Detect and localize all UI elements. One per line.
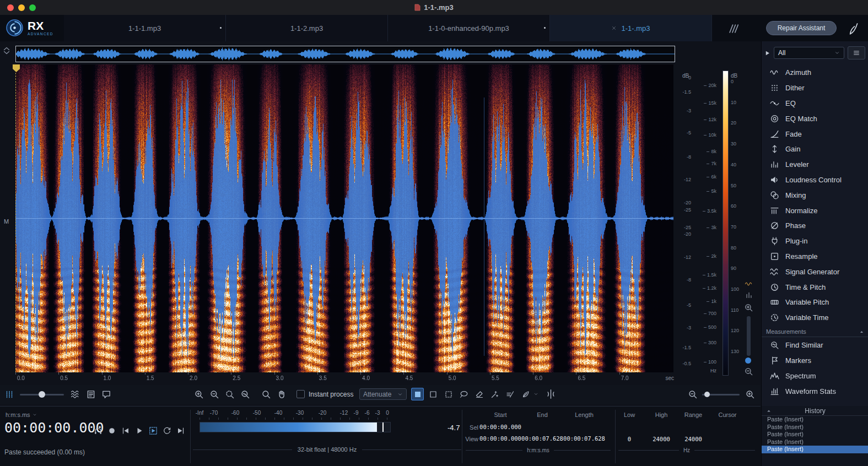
time-ruler[interactable]: sec 0.00.51.01.52.02.53.03.54.04.55.05.5…: [15, 373, 675, 383]
select-time-tool[interactable]: [411, 388, 424, 400]
play-selection-button[interactable]: [149, 426, 158, 435]
sidebar-item-normalize[interactable]: Normalize: [762, 203, 868, 218]
vertical-zoom-out-icon[interactable]: [744, 367, 753, 376]
sidebar-item-eq[interactable]: EQ: [762, 96, 868, 111]
tab-1-1-1.mp3[interactable]: 1-1-1.mp3: [64, 15, 226, 41]
frequency-ruler[interactable]: Hz 20k15k12k10k8k7k6k5k3.5k3k2k1.5k1.2k1…: [693, 64, 718, 372]
feather-tool-dropdown-icon[interactable]: [533, 392, 538, 397]
scrub-tool-icon[interactable]: [546, 389, 556, 399]
sidebar-item-time-pitch[interactable]: Time & Pitch: [762, 279, 868, 295]
hand-tool-icon[interactable]: [277, 389, 287, 399]
spectrogram-canvas[interactable]: [15, 64, 673, 372]
history-item[interactable]: Paste (Insert): [762, 438, 868, 446]
view-start-value[interactable]: 00:00:00.000: [479, 435, 521, 442]
fullscreen-window-button[interactable]: [29, 4, 36, 11]
sidebar-item-fade[interactable]: Fade: [762, 126, 868, 142]
amplitude-ruler[interactable]: 0-1.5-3-5-8-12-20-25-25-20-12-8-5-3-1.5-…: [675, 64, 692, 372]
tab-close-icon[interactable]: [611, 25, 617, 31]
play-module-icon[interactable]: [764, 50, 770, 56]
overview-canvas[interactable]: [16, 46, 675, 62]
history-item[interactable]: Paste (Insert): [762, 424, 868, 431]
history-item[interactable]: Paste (Insert): [762, 431, 868, 438]
sidebar-item-gain[interactable]: Gain: [762, 142, 868, 157]
minimize-window-button[interactable]: [18, 4, 25, 11]
layout-list-icon[interactable]: [86, 389, 96, 399]
sidebar-item-variable-pitch[interactable]: Variable Pitch: [762, 295, 868, 310]
history-item[interactable]: Paste (Insert): [762, 446, 868, 453]
brush-tool[interactable]: [504, 388, 516, 400]
level-meter[interactable]: [200, 422, 391, 432]
time-format-selector[interactable]: h:m:s.ms: [6, 411, 37, 418]
tab-1-1-0-enhanced-90p.mp3[interactable]: 1-1-0-enhanced-90p.mp3: [388, 15, 550, 41]
sidebar-item-loudness-control[interactable]: Loudness Control: [762, 172, 868, 188]
sidebar-item-waveform-stats[interactable]: Waveform Stats: [762, 383, 868, 399]
tab-1-1-.mp3[interactable]: 1-1-.mp3: [550, 15, 712, 41]
horizontal-zoom-in-icon[interactable]: [745, 389, 755, 399]
sidebar-item-mixing[interactable]: Mixing: [762, 187, 868, 203]
zoom-reset-dot[interactable]: [745, 357, 751, 364]
vertical-zoom-in-icon[interactable]: [744, 303, 753, 312]
repair-assistant-button[interactable]: Repair Assistant: [766, 21, 837, 35]
zoom-selection-icon[interactable]: [225, 389, 235, 399]
playback-volume-slider[interactable]: [20, 394, 64, 395]
view-length-value[interactable]: 00:00:07.628: [563, 435, 605, 442]
sidebar-item-phase[interactable]: Phase: [762, 218, 868, 234]
select-time-freq-tool[interactable]: [427, 388, 439, 400]
sidebar-item-variable-time[interactable]: Variable Time: [762, 310, 868, 326]
freq-high-value[interactable]: 24000: [646, 436, 677, 442]
instant-process-checkbox[interactable]: [296, 390, 305, 398]
history-header[interactable]: History: [762, 406, 868, 416]
waveform-overview[interactable]: [15, 46, 675, 62]
mini-meter-icon[interactable]: [745, 291, 753, 300]
pen-tool-icon[interactable]: [846, 21, 861, 36]
vertical-wave-zoom-icon[interactable]: [743, 280, 754, 288]
collapse-measurements-icon[interactable]: [859, 329, 864, 334]
spectrogram-view[interactable]: [15, 64, 673, 372]
zoom-out-icon[interactable]: [209, 389, 219, 399]
collapse-panel-icon[interactable]: [2, 46, 11, 55]
feather-tool[interactable]: [519, 388, 532, 400]
select-free-tool[interactable]: [442, 388, 455, 400]
freq-low-value[interactable]: 0: [617, 436, 641, 442]
freq-range-value[interactable]: 24000: [678, 436, 709, 442]
prev-start-button[interactable]: [121, 426, 130, 435]
close-window-button[interactable]: [7, 4, 14, 11]
tab-1-1-2.mp3[interactable]: 1-1-2.mp3: [226, 15, 388, 41]
zoom-in-icon[interactable]: [194, 389, 204, 399]
history-item[interactable]: Paste (Insert): [762, 416, 868, 424]
sidebar-item-markers[interactable]: Markers: [762, 353, 868, 369]
playhead-line[interactable]: [15, 64, 16, 372]
zoom-fit-icon[interactable]: [240, 389, 250, 399]
process-mode-dropdown[interactable]: Attenuate: [359, 388, 407, 400]
comments-icon[interactable]: [101, 389, 111, 399]
lasso-tool[interactable]: [457, 388, 470, 400]
headphones-button[interactable]: [94, 426, 103, 435]
sidebar-item-signal-generator[interactable]: Signal Generator: [762, 264, 868, 279]
spectrogram-settings-icon[interactable]: [71, 389, 80, 399]
sidebar-item-leveler[interactable]: Leveler: [762, 157, 868, 172]
sel-start-value[interactable]: 00:00:00.000: [479, 424, 521, 430]
channel-meter-icon[interactable]: [4, 389, 14, 399]
goto-end-button[interactable]: [176, 426, 185, 435]
sidebar-item-find-similar[interactable]: Find Similar: [762, 338, 868, 353]
sidebar-item-eq-match[interactable]: EQ Match: [762, 111, 868, 126]
horizontal-zoom-out-icon[interactable]: [688, 389, 698, 399]
vertical-zoom-scrollbar[interactable]: [747, 316, 751, 356]
measurements-section-header[interactable]: Measurements: [762, 327, 868, 337]
sidebar-item-plug-in[interactable]: Plug-in: [762, 234, 868, 249]
module-menu-button[interactable]: [848, 46, 865, 59]
wand-tool[interactable]: [488, 388, 501, 400]
volume-slider-knob[interactable]: [39, 391, 45, 398]
view-end-value[interactable]: 00:00:07.628: [521, 435, 563, 442]
sidebar-item-dither[interactable]: Dither: [762, 80, 868, 96]
collapse-history-icon[interactable]: [766, 408, 772, 414]
play-tri-button[interactable]: [135, 426, 144, 435]
sidebar-item-azimuth[interactable]: Azimuth: [762, 65, 868, 80]
sidebar-item-spectrum[interactable]: Spectrum: [762, 369, 868, 384]
horizontal-zoom-knob[interactable]: [704, 392, 710, 397]
horizontal-zoom-slider[interactable]: [702, 394, 740, 395]
loop-playback-button[interactable]: [163, 426, 171, 435]
record-button[interactable]: [107, 426, 116, 435]
sidebar-item-resample[interactable]: Resample: [762, 249, 868, 264]
eraser-tool[interactable]: [473, 388, 486, 400]
